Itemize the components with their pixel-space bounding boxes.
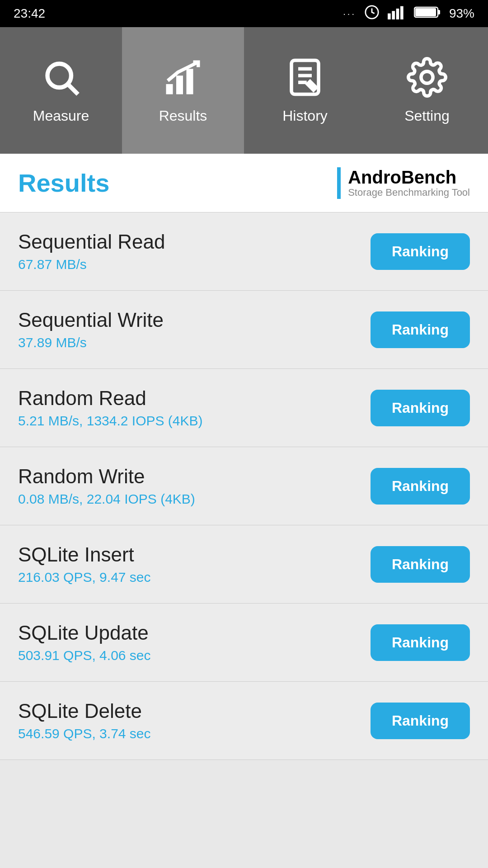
brand-subtitle: Storage Benchmarking Tool [348,187,470,198]
page-title: Results [18,168,109,198]
svg-rect-7 [415,8,436,16]
tab-measure-label: Measure [33,108,89,124]
svg-rect-2 [392,11,395,19]
tab-measure[interactable]: Measure [0,27,122,154]
brand-name: AndroBench [348,167,470,187]
result-info-random-read: Random Read 5.21 MB/s, 1334.2 IOPS (4KB) [18,387,371,429]
brand-bar [337,167,341,199]
tab-results-label: Results [159,108,207,124]
svg-rect-3 [396,9,399,19]
result-name-random-write: Random Write [18,465,371,488]
results-list: Sequential Read 67.87 MB/s Ranking Seque… [0,212,488,760]
result-item-sqlite-insert: SQLite Insert 216.03 QPS, 9.47 sec Ranki… [0,525,488,604]
brand-text: AndroBench Storage Benchmarking Tool [348,167,470,198]
tab-setting[interactable]: Setting [366,27,488,154]
tab-setting-label: Setting [404,108,450,124]
result-info-sqlite-delete: SQLite Delete 546.59 QPS, 3.74 sec [18,700,371,741]
result-item-sqlite-update: SQLite Update 503.91 QPS, 4.06 sec Ranki… [0,604,488,682]
result-name-sqlite-update: SQLite Update [18,622,371,644]
result-item-sqlite-delete: SQLite Delete 546.59 QPS, 3.74 sec Ranki… [0,682,488,760]
result-info-random-write: Random Write 0.08 MB/s, 22.04 IOPS (4KB) [18,465,371,507]
battery-icon [414,5,441,22]
status-bar: 23:42 ··· 93% [0,0,488,27]
result-name-sequential-write: Sequential Write [18,309,371,331]
tab-history-label: History [282,108,328,124]
measure-icon [41,57,81,99]
svg-rect-1 [388,13,391,19]
svg-point-18 [421,71,433,83]
ranking-button-sequential-write[interactable]: Ranking [371,311,470,348]
result-item-random-write: Random Write 0.08 MB/s, 22.04 IOPS (4KB)… [0,447,488,525]
result-value-sqlite-insert: 216.03 QPS, 9.47 sec [18,570,371,585]
result-info-sequential-write: Sequential Write 37.89 MB/s [18,309,371,350]
svg-rect-6 [438,10,440,14]
result-item-sequential-write: Sequential Write 37.89 MB/s Ranking [0,291,488,369]
battery-percent: 93% [449,6,474,21]
result-info-sqlite-insert: SQLite Insert 216.03 QPS, 9.47 sec [18,543,371,585]
result-value-sqlite-delete: 546.59 QPS, 3.74 sec [18,726,371,741]
result-info-sequential-read: Sequential Read 67.87 MB/s [18,231,371,272]
setting-icon [407,57,447,99]
ranking-button-random-write[interactable]: Ranking [371,468,470,505]
history-icon [285,57,325,99]
ranking-button-sqlite-update[interactable]: Ranking [371,624,470,661]
page-header: Results AndroBench Storage Benchmarking … [0,154,488,212]
ranking-button-random-read[interactable]: Ranking [371,390,470,426]
tab-history[interactable]: History [244,27,366,154]
result-value-random-write: 0.08 MB/s, 22.04 IOPS (4KB) [18,491,371,507]
status-right: ··· 93% [343,5,474,23]
result-value-sqlite-update: 503.91 QPS, 4.06 sec [18,648,371,663]
brand-logo: AndroBench Storage Benchmarking Tool [337,167,470,199]
ranking-button-sequential-read[interactable]: Ranking [371,233,470,270]
svg-marker-17 [305,79,319,92]
results-icon [163,57,203,99]
signal-icon [388,5,406,23]
result-info-sqlite-update: SQLite Update 503.91 QPS, 4.06 sec [18,622,371,663]
svg-point-8 [47,64,71,88]
status-dots: ··· [343,9,356,19]
nav-tabs: Measure Results History [0,27,488,154]
ranking-button-sqlite-delete[interactable]: Ranking [371,703,470,739]
tab-results[interactable]: Results [122,27,244,154]
result-name-sequential-read: Sequential Read [18,231,371,253]
svg-rect-11 [176,75,183,94]
svg-rect-10 [166,84,173,94]
result-name-random-read: Random Read [18,387,371,410]
result-name-sqlite-delete: SQLite Delete [18,700,371,722]
result-name-sqlite-insert: SQLite Insert [18,543,371,566]
result-value-sequential-read: 67.87 MB/s [18,257,371,272]
ranking-button-sqlite-insert[interactable]: Ranking [371,546,470,583]
result-item-sequential-read: Sequential Read 67.87 MB/s Ranking [0,212,488,291]
brand-andro: Andro [348,167,401,187]
status-time: 23:42 [14,6,45,21]
result-value-sequential-write: 37.89 MB/s [18,335,371,350]
svg-rect-12 [187,69,193,94]
result-value-random-read: 5.21 MB/s, 1334.2 IOPS (4KB) [18,413,371,429]
svg-rect-4 [400,6,404,19]
svg-line-9 [69,85,78,94]
clock-icon [364,5,380,23]
result-item-random-read: Random Read 5.21 MB/s, 1334.2 IOPS (4KB)… [0,369,488,447]
brand-bench: Bench [401,167,456,187]
